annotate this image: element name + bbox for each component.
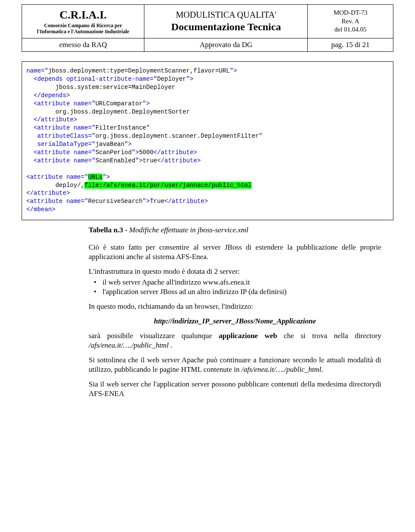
page-number: pag. 15 di 21 <box>308 38 393 52</box>
paragraph-4: sarà possibile visualizzare qualunque ap… <box>89 331 381 350</box>
server-list: il web server Apache all'indirizzo www.a… <box>89 278 381 297</box>
doc-line1: MODULISTICA QUALITA' <box>148 9 304 20</box>
doc-meta-cell: MOD-DT-73 Rev. A del 01.04.05 <box>308 5 393 38</box>
paragraph-2: L'infrastruttura in questo modo è dotata… <box>89 267 381 276</box>
table-caption: Tabella n.3 - Modifiche effettuate in jb… <box>89 225 393 235</box>
list-item: il web server Apache all'indirizzo www.a… <box>89 278 381 287</box>
doc-line2: Documentazione Tecnica <box>148 20 304 34</box>
org-sub1: Consorzio Campano di Ricerca per <box>26 22 140 28</box>
xml-code-block: name="jboss.deployment:type=DeploymentSc… <box>22 61 393 220</box>
paragraph-3: In questo modo, richiamando da un browse… <box>89 302 381 311</box>
org-acronym: C.R.I.A.I. <box>26 8 140 22</box>
doc-header-table: C.R.I.A.I. Consorzio Campano di Ricerca … <box>22 4 393 52</box>
paragraph-5: Si sottolinea che il web server Apache p… <box>89 355 381 374</box>
org-cell: C.R.I.A.I. Consorzio Campano di Ricerca … <box>22 5 144 38</box>
body-content: Ciò è stato fatto per consentire al serv… <box>89 243 381 399</box>
org-sub2: l'Informatica e l'Automazione Industrial… <box>26 28 140 35</box>
doc-rev: Rev. A <box>311 17 389 26</box>
paragraph-6: Sia il web server che l'application serv… <box>89 380 381 399</box>
approved-by: Approvato da DG <box>144 38 308 52</box>
url-line: http://indirizzo_IP_server_JBoss/Nome_Ap… <box>89 317 381 326</box>
caption-label: Tabella n.3 - <box>89 226 128 234</box>
caption-text: Modifiche effettuate in jboss-service.xm… <box>129 226 249 234</box>
issued-by: emesso da RAQ <box>22 38 144 52</box>
doc-title-cell: MODULISTICA QUALITA' Documentazione Tecn… <box>144 5 308 38</box>
paragraph-1: Ciò è stato fatto per consentire al serv… <box>89 243 381 262</box>
doc-code: MOD-DT-73 <box>311 9 389 17</box>
list-item: l'application server JBoss ad un altro i… <box>89 287 381 297</box>
doc-date: del 01.04.05 <box>311 25 389 34</box>
